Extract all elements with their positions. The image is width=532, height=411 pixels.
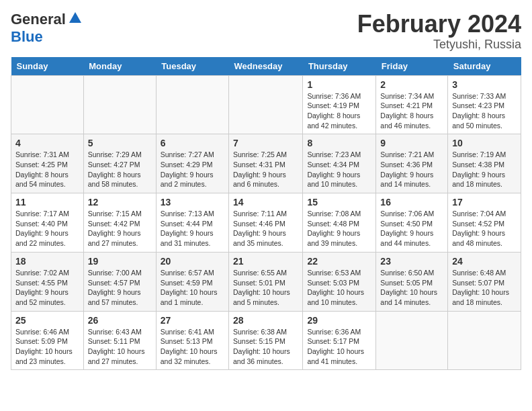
day-number: 6	[161, 138, 224, 148]
day-number: 4	[15, 138, 79, 148]
day-number: 23	[380, 256, 443, 267]
day-number: 10	[452, 138, 517, 148]
calendar-cell: 15Sunrise: 7:08 AM Sunset: 4:48 PM Dayli…	[303, 193, 376, 253]
day-info: Sunrise: 7:15 AM Sunset: 4:42 PM Dayligh…	[88, 209, 152, 248]
day-info: Sunrise: 6:41 AM Sunset: 5:13 PM Dayligh…	[161, 327, 224, 367]
svg-marker-0	[69, 12, 81, 23]
column-header-friday: Friday	[376, 57, 448, 76]
day-info: Sunrise: 6:43 AM Sunset: 5:11 PM Dayligh…	[88, 327, 152, 367]
day-number: 14	[233, 197, 298, 208]
day-number: 15	[307, 197, 371, 208]
calendar-cell	[156, 75, 228, 134]
calendar-cell: 6Sunrise: 7:27 AM Sunset: 4:29 PM Daylig…	[156, 134, 228, 193]
column-header-thursday: Thursday	[303, 57, 376, 76]
calendar-week-row: 4Sunrise: 7:31 AM Sunset: 4:25 PM Daylig…	[11, 134, 521, 193]
day-info: Sunrise: 7:27 AM Sunset: 4:29 PM Dayligh…	[161, 150, 224, 189]
day-number: 28	[233, 315, 298, 326]
day-number: 17	[452, 197, 517, 208]
day-number: 21	[233, 256, 298, 267]
calendar-cell: 29Sunrise: 6:36 AM Sunset: 5:17 PM Dayli…	[303, 311, 376, 370]
day-info: Sunrise: 6:38 AM Sunset: 5:15 PM Dayligh…	[233, 327, 298, 367]
calendar-cell	[83, 75, 156, 134]
day-info: Sunrise: 6:36 AM Sunset: 5:17 PM Dayligh…	[307, 327, 371, 367]
calendar-cell: 22Sunrise: 6:53 AM Sunset: 5:03 PM Dayli…	[303, 252, 376, 311]
calendar-cell: 14Sunrise: 7:11 AM Sunset: 4:46 PM Dayli…	[229, 193, 303, 253]
day-number: 29	[307, 315, 371, 326]
calendar-cell: 10Sunrise: 7:19 AM Sunset: 4:38 PM Dayli…	[448, 134, 521, 193]
day-info: Sunrise: 7:11 AM Sunset: 4:46 PM Dayligh…	[233, 209, 298, 248]
day-info: Sunrise: 7:33 AM Sunset: 4:23 PM Dayligh…	[452, 91, 517, 131]
calendar-cell: 26Sunrise: 6:43 AM Sunset: 5:11 PM Dayli…	[83, 311, 156, 370]
day-number: 11	[15, 197, 79, 208]
month-year-title: February 2024	[357, 11, 521, 38]
calendar-cell: 9Sunrise: 7:21 AM Sunset: 4:36 PM Daylig…	[376, 134, 448, 193]
day-number: 7	[233, 138, 298, 148]
calendar-cell: 20Sunrise: 6:57 AM Sunset: 4:59 PM Dayli…	[156, 252, 228, 311]
calendar-week-row: 11Sunrise: 7:17 AM Sunset: 4:40 PM Dayli…	[11, 193, 521, 253]
calendar-cell: 24Sunrise: 6:48 AM Sunset: 5:07 PM Dayli…	[448, 252, 521, 311]
calendar-cell: 7Sunrise: 7:25 AM Sunset: 4:31 PM Daylig…	[229, 134, 303, 193]
page-header: General Blue February 2024 Tetyushi, Rus…	[11, 11, 521, 52]
calendar-table: SundayMondayTuesdayWednesdayThursdayFrid…	[11, 57, 521, 371]
day-number: 22	[307, 256, 371, 267]
column-header-monday: Monday	[83, 57, 156, 76]
calendar-cell: 19Sunrise: 7:00 AM Sunset: 4:57 PM Dayli…	[83, 252, 156, 311]
calendar-cell	[11, 75, 84, 134]
calendar-cell	[448, 311, 521, 370]
day-info: Sunrise: 6:57 AM Sunset: 4:59 PM Dayligh…	[161, 268, 224, 308]
calendar-week-row: 1Sunrise: 7:36 AM Sunset: 4:19 PM Daylig…	[11, 75, 521, 134]
calendar-week-row: 25Sunrise: 6:46 AM Sunset: 5:09 PM Dayli…	[11, 311, 521, 370]
calendar-cell: 5Sunrise: 7:29 AM Sunset: 4:27 PM Daylig…	[83, 134, 156, 193]
calendar-cell: 21Sunrise: 6:55 AM Sunset: 5:01 PM Dayli…	[229, 252, 303, 311]
logo-blue-text: Blue	[11, 28, 43, 45]
calendar-cell	[229, 75, 303, 134]
column-header-saturday: Saturday	[448, 57, 521, 76]
calendar-cell: 16Sunrise: 7:06 AM Sunset: 4:50 PM Dayli…	[376, 193, 448, 253]
day-number: 20	[161, 256, 224, 267]
day-info: Sunrise: 7:29 AM Sunset: 4:27 PM Dayligh…	[88, 150, 152, 189]
day-info: Sunrise: 7:17 AM Sunset: 4:40 PM Dayligh…	[15, 209, 79, 248]
title-section: February 2024 Tetyushi, Russia	[357, 11, 521, 52]
calendar-cell: 13Sunrise: 7:13 AM Sunset: 4:44 PM Dayli…	[156, 193, 228, 253]
logo-general-text: General	[11, 11, 66, 28]
day-info: Sunrise: 7:34 AM Sunset: 4:21 PM Dayligh…	[380, 91, 443, 131]
day-number: 5	[88, 138, 152, 148]
calendar-week-row: 18Sunrise: 7:02 AM Sunset: 4:55 PM Dayli…	[11, 252, 521, 311]
calendar-cell: 25Sunrise: 6:46 AM Sunset: 5:09 PM Dayli…	[11, 311, 84, 370]
day-number: 27	[161, 315, 224, 326]
day-info: Sunrise: 7:23 AM Sunset: 4:34 PM Dayligh…	[307, 150, 371, 189]
day-info: Sunrise: 7:00 AM Sunset: 4:57 PM Dayligh…	[88, 268, 152, 308]
day-number: 25	[15, 315, 79, 326]
calendar-cell: 11Sunrise: 7:17 AM Sunset: 4:40 PM Dayli…	[11, 193, 84, 253]
day-number: 3	[452, 79, 517, 90]
calendar-cell: 2Sunrise: 7:34 AM Sunset: 4:21 PM Daylig…	[376, 75, 448, 134]
day-info: Sunrise: 7:04 AM Sunset: 4:52 PM Dayligh…	[452, 209, 517, 248]
calendar-cell: 18Sunrise: 7:02 AM Sunset: 4:55 PM Dayli…	[11, 252, 84, 311]
day-number: 9	[380, 138, 443, 148]
day-number: 16	[380, 197, 443, 208]
column-header-sunday: Sunday	[11, 57, 84, 76]
day-info: Sunrise: 7:25 AM Sunset: 4:31 PM Dayligh…	[233, 150, 298, 189]
calendar-cell: 23Sunrise: 6:50 AM Sunset: 5:05 PM Dayli…	[376, 252, 448, 311]
calendar-cell: 28Sunrise: 6:38 AM Sunset: 5:15 PM Dayli…	[229, 311, 303, 370]
day-info: Sunrise: 6:48 AM Sunset: 5:07 PM Dayligh…	[452, 268, 517, 308]
logo-flag-icon	[68, 11, 83, 28]
calendar-cell	[376, 311, 448, 370]
column-header-tuesday: Tuesday	[156, 57, 228, 76]
day-number: 2	[380, 79, 443, 90]
calendar-cell: 1Sunrise: 7:36 AM Sunset: 4:19 PM Daylig…	[303, 75, 376, 134]
day-number: 18	[15, 256, 79, 267]
calendar-cell: 17Sunrise: 7:04 AM Sunset: 4:52 PM Dayli…	[448, 193, 521, 253]
calendar-cell: 27Sunrise: 6:41 AM Sunset: 5:13 PM Dayli…	[156, 311, 228, 370]
day-number: 26	[88, 315, 152, 326]
day-number: 19	[88, 256, 152, 267]
calendar-cell: 12Sunrise: 7:15 AM Sunset: 4:42 PM Dayli…	[83, 193, 156, 253]
day-info: Sunrise: 7:08 AM Sunset: 4:48 PM Dayligh…	[307, 209, 371, 248]
day-info: Sunrise: 7:31 AM Sunset: 4:25 PM Dayligh…	[15, 150, 79, 189]
logo: General Blue	[11, 11, 83, 46]
day-info: Sunrise: 7:06 AM Sunset: 4:50 PM Dayligh…	[380, 209, 443, 248]
day-number: 8	[307, 138, 371, 148]
day-info: Sunrise: 6:50 AM Sunset: 5:05 PM Dayligh…	[380, 268, 443, 308]
day-info: Sunrise: 6:53 AM Sunset: 5:03 PM Dayligh…	[307, 268, 371, 308]
location-subtitle: Tetyushi, Russia	[357, 38, 521, 52]
